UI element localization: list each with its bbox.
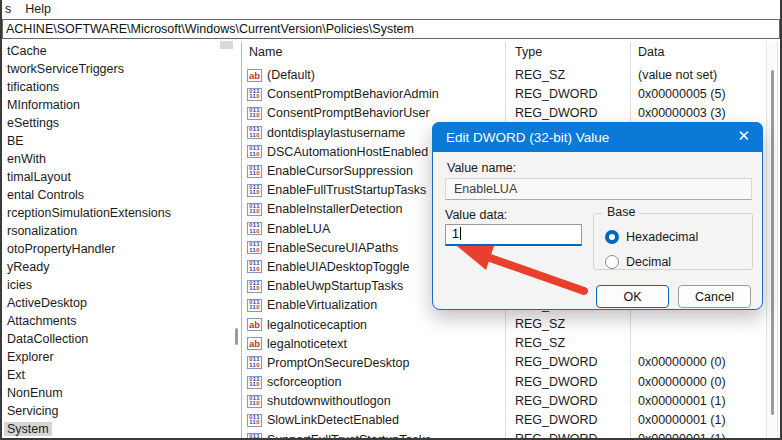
value-row[interactable]: 011110PromptOnSecureDesktopREG_DWORD0x00… [243,353,767,372]
tree-item-label: tworkServiceTriggers [4,62,127,76]
cancel-button[interactable]: Cancel [678,285,751,308]
value-data: 0x00000001 (1) [638,411,726,430]
column-header-type[interactable]: Type [515,45,542,59]
tree-item-label: eSettings [4,116,62,130]
dword-icon: 011110 [247,414,262,427]
tree-item[interactable]: tCache [2,42,232,60]
value-type: REG_SZ [515,66,565,85]
registry-tree-panel: tCachetworkServiceTriggerstificationsMIn… [2,42,232,438]
tree-item[interactable]: BE [2,132,232,150]
value-name: EnableFullTrustStartupTasks [267,183,426,197]
tree-item[interactable]: timalLayout [2,168,232,186]
radio-button-icon[interactable] [605,255,619,269]
tree-item[interactable]: yReady [2,258,232,276]
list-header: Name Type Data [243,42,767,62]
tree-item-label: otoPropertyHandler [4,242,118,256]
tree-item[interactable]: tworkServiceTriggers [2,60,232,78]
value-row[interactable]: ablegalnoticecaptionREG_SZ [243,315,767,334]
value-type: REG_DWORD [515,392,598,411]
value-name: legalnoticetext [267,337,347,351]
tree-item-label: NonEnum [4,386,66,400]
value-row[interactable]: 011110ConsentPromptBehaviorAdminREG_DWOR… [243,85,767,104]
string-icon: ab [247,337,262,350]
tree-item[interactable]: Servicing [2,402,232,420]
dword-icon: 011110 [247,88,262,101]
tree-item[interactable]: Attachments [2,312,232,330]
tree-item[interactable]: ental Controls [2,186,232,204]
address-bar[interactable] [2,19,780,39]
tree-item[interactable]: DataCollection [2,330,232,348]
value-name: EnableUwpStartupTasks [267,279,403,293]
value-row[interactable]: 011110scforceoptionREG_DWORD0x00000000 (… [243,373,767,392]
value-type: REG_DWORD [515,373,598,392]
tree-scrollbar-thumb[interactable] [235,328,238,345]
value-row[interactable]: 011110ConsentPromptBehaviorUserREG_DWORD… [243,104,767,123]
dialog-titlebar[interactable]: Edit DWORD (32-bit) Value ✕ [432,122,763,152]
tree-item[interactable]: NonEnum [2,384,232,402]
tree-item[interactable]: Explorer [2,348,232,366]
tree-item[interactable]: icies [2,276,232,294]
dword-icon: 011110 [247,107,262,120]
list-scrollbar-thumb[interactable] [771,70,774,415]
dword-icon: 011110 [247,376,262,389]
radio-hexadecimal-label: Hexadecimal [626,230,698,244]
list-scrollbar[interactable] [766,42,778,438]
base-group-label: Base [602,205,641,219]
value-data: 0x00000001 (1) [638,392,726,411]
value-data-text: 1 [452,227,459,241]
tree-item-label: icies [4,278,35,292]
radio-decimal[interactable]: Decimal [605,254,671,270]
tree-item[interactable]: rsonalization [2,222,232,240]
value-row[interactable]: 011110shutdownwithoutlogonREG_DWORD0x000… [243,392,767,411]
value-data: 0x00000003 (3) [638,104,726,123]
tree-item[interactable]: MInformation [2,96,232,114]
tree-item-label: rsonalization [4,224,80,238]
tree-item[interactable]: eSettings [2,114,232,132]
value-name: scforceoption [267,375,341,389]
string-icon: ab [247,69,262,82]
tree-item[interactable]: enWith [2,150,232,168]
tree-item-label: Ext [4,368,28,382]
tree-item[interactable]: rceptionSimulationExtensions [2,204,232,222]
tree-item[interactable]: System [2,420,232,438]
panel-splitter[interactable] [241,42,242,438]
column-header-data[interactable]: Data [638,45,664,59]
value-row[interactable]: ablegalnoticetextREG_SZ [243,334,767,353]
tree-item[interactable]: ActiveDesktop [2,294,232,312]
tree-item[interactable]: Ext [2,366,232,384]
dword-icon: 011110 [247,165,262,178]
value-type: REG_SZ [515,315,565,334]
dword-icon: 011110 [247,299,262,312]
edit-dword-dialog: Edit DWORD (32-bit) Value ✕ Value name: … [432,122,763,310]
tree-scrollbar-top[interactable] [220,41,233,49]
value-name-label: Value name: [447,161,516,175]
radio-decimal-label: Decimal [626,255,671,269]
value-data-input[interactable]: 1 [445,224,582,246]
tree-item[interactable]: tifications [2,78,232,96]
tree-item[interactable]: otoPropertyHandler [2,240,232,258]
menu-item-fragment[interactable]: s [5,2,11,16]
value-data: 0x00000000 (0) [638,373,726,392]
dword-icon: 011110 [247,241,262,254]
tree-item-label: DataCollection [4,332,91,346]
value-row[interactable]: 011110SlowLinkDetectEnabledREG_DWORD0x00… [243,411,767,430]
value-name-field: EnableLUA [445,178,752,200]
value-data-label: Value data: [445,208,507,222]
column-header-name[interactable]: Name [249,45,282,59]
value-name: PromptOnSecureDesktop [267,356,409,370]
window-border [0,0,2,440]
tree-item-label: tCache [4,44,50,58]
tree-item-label: ActiveDesktop [4,296,90,310]
tree-item-label: rceptionSimulationExtensions [4,206,174,220]
menu-item-help[interactable]: Help [25,2,51,16]
close-icon[interactable]: ✕ [737,127,750,145]
ok-button[interactable]: OK [596,285,669,308]
radio-hexadecimal[interactable]: Hexadecimal [605,229,698,245]
tree-item-label: ental Controls [4,188,87,202]
dword-icon: 011110 [247,260,262,273]
radio-button-icon[interactable] [605,230,619,244]
value-row[interactable]: ab(Default)REG_SZ(value not set) [243,66,767,85]
dword-icon: 011110 [247,222,262,235]
value-type: REG_DWORD [515,411,598,430]
value-name: EnableVirtualization [267,298,377,312]
